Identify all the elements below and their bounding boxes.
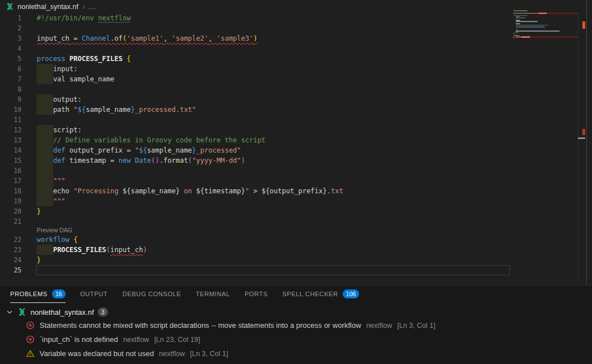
- line-text: #!/usr/bin/env nextflow: [37, 13, 131, 23]
- tab-label: TERMINAL: [196, 291, 230, 297]
- code-token: input:: [37, 65, 77, 73]
- code-line-23[interactable]: 23 PROCESS_FILES(input_ch): [0, 245, 578, 255]
- code-line-7[interactable]: 7 val sample_name: [0, 74, 578, 84]
- line-number-14[interactable]: 14: [0, 145, 21, 155]
- breadcrumb-more[interactable]: ...: [89, 3, 96, 11]
- line-number-23[interactable]: 23: [0, 245, 21, 255]
- code-token: input_ch: [37, 34, 70, 42]
- code-line-1[interactable]: 1#!/usr/bin/env nextflow: [0, 13, 578, 23]
- code-line-4[interactable]: 4: [0, 44, 578, 54]
- code-line-15[interactable]: 15 def timestamp = new Date().format("yy…: [0, 155, 578, 166]
- code-line-11[interactable]: 11: [0, 115, 578, 125]
- line-number-24[interactable]: 24: [0, 255, 21, 265]
- code-line-12[interactable]: 12 script:: [0, 125, 578, 135]
- code-token: (: [188, 157, 192, 164]
- code-token: input_ch: [110, 246, 143, 254]
- problems-file-group[interactable]: nonlethal_syntax.nf 3: [0, 306, 592, 318]
- panel-tab-problems[interactable]: PROBLEMS16: [10, 285, 66, 303]
- code-line-24[interactable]: 24}: [0, 255, 578, 265]
- code-line-22[interactable]: 22workflow {: [0, 235, 578, 245]
- panel-tab-debug-console[interactable]: DEBUG CONSOLE: [122, 285, 181, 303]
- code-line-2[interactable]: 2: [0, 23, 578, 33]
- code-line-25[interactable]: 25: [0, 265, 578, 275]
- code-line-21[interactable]: 21: [0, 216, 578, 227]
- code-line-9[interactable]: 9 output:: [0, 94, 578, 105]
- line-number-5[interactable]: 5: [0, 54, 21, 64]
- code-token: def: [53, 157, 66, 164]
- minimap-line: [516, 27, 545, 28]
- line-number-16[interactable]: 16: [0, 166, 21, 176]
- line-number-22[interactable]: 22: [0, 235, 21, 245]
- minimap-line: [513, 13, 547, 14]
- line-number-18[interactable]: 18: [0, 186, 21, 196]
- line-number-13[interactable]: 13: [0, 135, 21, 145]
- code-token: nextflow: [98, 14, 131, 22]
- line-text: process PROCESS_FILES {: [37, 54, 131, 64]
- code-token: PROCESS_FILES: [53, 246, 106, 254]
- line-text: echo "Processing ${sample_name} on ${tim…: [37, 186, 343, 196]
- bottom-panel: PROBLEMS16OUTPUTDEBUG CONSOLETERMINALPOR…: [0, 285, 592, 364]
- breadcrumb-file-item[interactable]: nonlethal_syntax.nf: [6, 2, 79, 11]
- problem-message: Variable was declared but not used: [40, 349, 154, 358]
- current-line-highlight: [36, 265, 510, 275]
- code-line-13[interactable]: 13 // Define variables in Groovy code be…: [0, 135, 578, 145]
- line-number-12[interactable]: 12: [0, 125, 21, 135]
- code-line-18[interactable]: 18 echo "Processing ${sample_name} on ${…: [0, 186, 578, 196]
- line-number-21[interactable]: 21: [0, 216, 21, 227]
- line-number-25[interactable]: 25: [0, 265, 21, 275]
- panel-tab-ports[interactable]: PORTS: [245, 285, 268, 303]
- minimap[interactable]: [512, 0, 578, 285]
- line-number-17[interactable]: 17: [0, 176, 21, 186]
- chevron-down-icon[interactable]: [6, 308, 14, 316]
- line-number-2[interactable]: 2: [0, 23, 21, 33]
- code-editor[interactable]: 1#!/usr/bin/env nextflow23input_ch = Cha…: [0, 13, 592, 285]
- line-number-19[interactable]: 19: [0, 196, 21, 206]
- line-number-15[interactable]: 15: [0, 155, 21, 166]
- codelens-preview-dag[interactable]: Preview DAG: [37, 227, 72, 235]
- line-number-1[interactable]: 1: [0, 13, 21, 23]
- code-token: ): [143, 246, 147, 254]
- line-text: PROCESS_FILES(input_ch): [37, 245, 147, 255]
- code-token: Date: [135, 157, 151, 164]
- code-token: ${: [77, 106, 85, 114]
- code-line-5[interactable]: 5process PROCESS_FILES {: [0, 54, 578, 64]
- code-token: ): [241, 157, 245, 164]
- problem-row[interactable]: `input_ch` is not definednextflow[Ln 23,…: [0, 332, 592, 346]
- panel-tab-output[interactable]: OUTPUT: [80, 285, 108, 303]
- line-number-10[interactable]: 10: [0, 105, 21, 115]
- problem-row[interactable]: Variable was declared but not usednextfl…: [0, 346, 592, 361]
- problem-row[interactable]: Statements cannot be mixed with script d…: [0, 318, 592, 332]
- code-token: =: [70, 34, 82, 42]
- line-text: script:: [37, 125, 81, 135]
- code-line-3[interactable]: 3input_ch = Channel.of('sample1', 'sampl…: [0, 33, 578, 44]
- code-line-16[interactable]: 16: [0, 166, 578, 176]
- code-token: timestamp =: [66, 157, 119, 164]
- code-token: }: [37, 256, 41, 264]
- line-number-6[interactable]: 6: [0, 64, 21, 74]
- line-number-8[interactable]: 8: [0, 84, 21, 94]
- code-token: ,: [163, 34, 171, 42]
- code-token: // Define variables in Groovy code befor…: [37, 136, 266, 144]
- nextflow-icon: [18, 307, 27, 317]
- tab-label: PORTS: [245, 291, 268, 297]
- line-number-11[interactable]: 11: [0, 115, 21, 125]
- line-number-3[interactable]: 3: [0, 33, 21, 44]
- code-line-8[interactable]: 8: [0, 84, 578, 94]
- code-token: .: [159, 157, 163, 164]
- line-number-7[interactable]: 7: [0, 74, 21, 84]
- line-number-9[interactable]: 9: [0, 94, 21, 105]
- code-line-6[interactable]: 6 input:: [0, 64, 578, 74]
- problem-message: `input_ch` is not defined: [40, 335, 118, 344]
- nextflow-icon: [6, 2, 14, 11]
- code-line-17[interactable]: 17 """: [0, 176, 578, 186]
- code-line-14[interactable]: 14 def output_prefix = "${sample_name}_p…: [0, 145, 578, 155]
- line-number-20[interactable]: 20: [0, 206, 21, 216]
- code-line-10[interactable]: 10 path "${sample_name}_processed.txt": [0, 105, 578, 115]
- panel-tab-spell-checker[interactable]: SPELL CHECKER106: [282, 285, 359, 303]
- panel-tab-terminal[interactable]: TERMINAL: [196, 285, 230, 303]
- code-token: (): [151, 157, 159, 164]
- code-line-20[interactable]: 20}: [0, 206, 578, 216]
- error-icon: [26, 335, 34, 344]
- line-number-4[interactable]: 4: [0, 44, 21, 54]
- code-line-19[interactable]: 19 """: [0, 196, 578, 206]
